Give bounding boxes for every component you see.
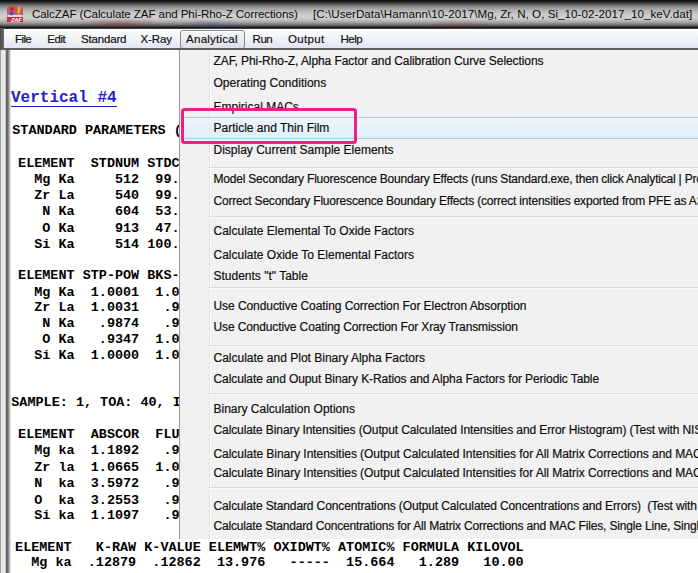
svg-text:ZAF: ZAF <box>10 17 22 22</box>
